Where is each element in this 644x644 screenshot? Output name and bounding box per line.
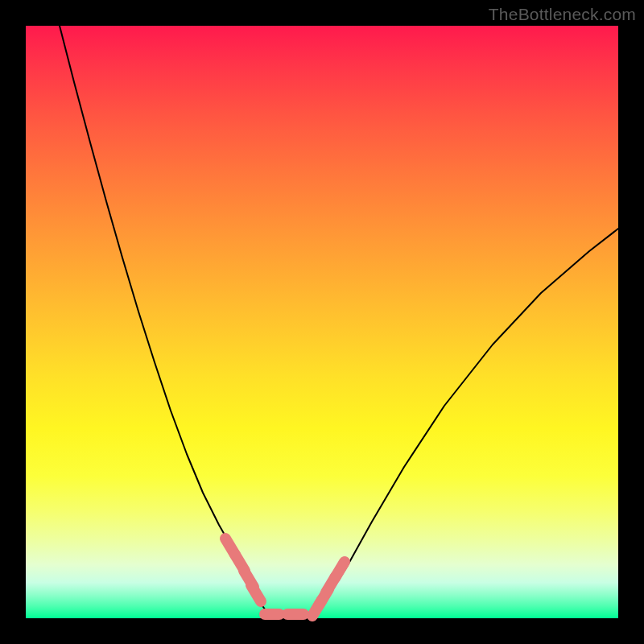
marker-group-right xyxy=(312,562,345,616)
plot-area xyxy=(26,26,618,618)
watermark-text: TheBottleneck.com xyxy=(489,5,636,24)
curve-svg xyxy=(26,26,618,618)
chart-container: TheBottleneck.com xyxy=(0,0,644,644)
curve-right xyxy=(312,229,618,614)
marker-group-left xyxy=(225,539,261,601)
curve-left xyxy=(60,26,270,614)
marker-tick xyxy=(335,562,345,578)
marker-tick xyxy=(251,585,261,601)
